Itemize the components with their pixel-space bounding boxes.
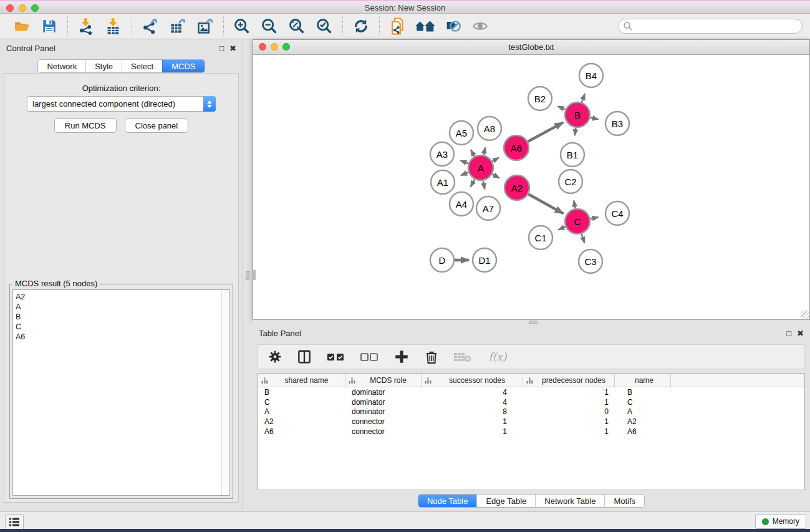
node-C3[interactable]: C3 xyxy=(579,249,602,273)
export-table-button[interactable] xyxy=(167,16,188,36)
close-table-panel-icon[interactable]: ✖ xyxy=(797,329,804,337)
table-row[interactable]: Bdominator41B xyxy=(258,387,804,397)
tab-edge-table[interactable]: Edge Table xyxy=(476,495,535,507)
zoom-in-button[interactable] xyxy=(231,16,253,36)
splitter-knob[interactable] xyxy=(529,321,538,324)
table-settings-button[interactable] xyxy=(267,347,283,367)
node-A3[interactable]: A3 xyxy=(430,142,454,166)
mcds-result-list[interactable]: A2ABCA6 xyxy=(12,289,230,496)
optimization-criterion-dropdown[interactable]: largest connected component (directed) xyxy=(27,96,216,112)
result-item[interactable]: B xyxy=(16,312,229,322)
function-builder-button[interactable]: f(x) xyxy=(485,347,510,367)
sort-icon[interactable] xyxy=(261,377,268,384)
node-B3[interactable]: B3 xyxy=(605,112,629,135)
refresh-button[interactable] xyxy=(350,16,372,36)
show-graphics-details-button[interactable] xyxy=(470,16,491,36)
edge-B-B3[interactable] xyxy=(591,117,599,119)
sort-icon[interactable] xyxy=(526,377,533,384)
edge-A-A5[interactable] xyxy=(471,150,475,157)
edge-B-B1[interactable] xyxy=(575,128,576,135)
column-selector-button[interactable] xyxy=(296,347,313,367)
float-panel-icon[interactable]: □ xyxy=(219,44,224,52)
edge-A2-C[interactable] xyxy=(528,194,563,213)
table-row[interactable]: A6connector11A6 xyxy=(258,427,804,437)
node-A6[interactable]: A6 xyxy=(504,135,529,160)
edge-B-B4[interactable] xyxy=(582,94,585,102)
select-all-rows-button[interactable] xyxy=(325,347,347,367)
tab-network-table[interactable]: Network Table xyxy=(535,495,604,507)
node-C2[interactable]: C2 xyxy=(559,170,582,193)
run-mcds-button[interactable]: Run MCDS xyxy=(54,118,117,133)
zoom-selected-button[interactable] xyxy=(314,16,335,36)
node-A8[interactable]: A8 xyxy=(478,117,501,140)
column-header-predecessor-nodes[interactable]: predecessor nodes xyxy=(523,374,615,387)
column-header-name[interactable]: name xyxy=(615,374,671,387)
zoom-fit-button[interactable] xyxy=(286,16,307,36)
node-B[interactable]: B xyxy=(565,102,590,127)
edge-B-B2[interactable] xyxy=(557,106,565,109)
horizontal-splitter[interactable] xyxy=(253,320,810,324)
edge-C-C3[interactable] xyxy=(582,234,585,243)
result-item[interactable]: A2 xyxy=(16,292,229,302)
node-D[interactable]: D xyxy=(430,248,454,272)
export-image-button[interactable] xyxy=(195,16,216,36)
node-A[interactable]: A xyxy=(468,155,493,180)
node-A4[interactable]: A4 xyxy=(450,192,473,216)
table-row[interactable]: A2connector11A2 xyxy=(258,417,804,427)
column-header-shared-name[interactable]: shared name xyxy=(258,374,345,387)
node-A5[interactable]: A5 xyxy=(450,121,473,145)
node-C[interactable]: C xyxy=(565,209,590,234)
hide-graphics-details-button[interactable] xyxy=(442,16,463,36)
edge-C-C4[interactable] xyxy=(591,217,599,219)
export-network-button[interactable] xyxy=(140,16,161,36)
add-column-button[interactable] xyxy=(393,347,410,367)
deselect-all-rows-button[interactable] xyxy=(359,347,380,367)
window-resize-grip[interactable] xyxy=(801,311,809,319)
node-B4[interactable]: B4 xyxy=(579,64,603,87)
tab-network[interactable]: Network xyxy=(38,60,85,72)
tab-mcds[interactable]: MCDS xyxy=(162,60,204,72)
edge-A-A1[interactable] xyxy=(461,172,468,175)
tab-node-table[interactable]: Node Table xyxy=(418,495,477,507)
edge-C-C2[interactable] xyxy=(574,201,575,209)
node-C1[interactable]: C1 xyxy=(529,226,552,249)
splitter-knob[interactable] xyxy=(246,271,249,280)
edge-A-A4[interactable] xyxy=(471,180,475,187)
node-A2[interactable]: A2 xyxy=(504,175,529,200)
delete-table-button[interactable] xyxy=(453,347,473,367)
canvas-vscroll-thumb[interactable] xyxy=(253,270,256,280)
close-panel-icon[interactable]: ✖ xyxy=(229,44,236,52)
float-table-panel-icon[interactable]: □ xyxy=(786,329,791,337)
tab-style[interactable]: Style xyxy=(85,60,122,72)
clone-network-button[interactable] xyxy=(387,16,408,36)
sort-icon[interactable] xyxy=(425,377,432,384)
open-browser-button[interactable] xyxy=(415,16,436,36)
edge-A-A8[interactable] xyxy=(484,147,486,155)
edge-A-A2[interactable] xyxy=(492,174,499,178)
result-item[interactable]: A6 xyxy=(16,332,229,342)
edge-A-A6[interactable] xyxy=(492,158,499,162)
import-network-button[interactable] xyxy=(75,16,97,36)
save-session-button[interactable] xyxy=(39,16,60,36)
node-C4[interactable]: C4 xyxy=(605,201,629,225)
node-B2[interactable]: B2 xyxy=(528,87,552,110)
table-row[interactable]: Cdominator41C xyxy=(258,397,804,407)
result-item[interactable]: C xyxy=(16,322,229,332)
sort-icon[interactable] xyxy=(349,377,355,384)
node-A7[interactable]: A7 xyxy=(476,196,500,220)
tab-motifs[interactable]: Motifs xyxy=(604,495,644,507)
import-table-button[interactable] xyxy=(103,16,124,36)
search-input[interactable] xyxy=(633,22,802,31)
result-item[interactable]: A xyxy=(16,302,229,312)
network-window-titlebar[interactable]: testGlobe.txt xyxy=(253,40,809,55)
edge-C-C1[interactable] xyxy=(558,226,565,230)
task-history-button[interactable] xyxy=(5,514,24,530)
zoom-out-button[interactable] xyxy=(259,16,280,36)
network-canvas[interactable]: AA1A2A3A4A5A6A7A8BB1B2B3B4CC1C2C3C4DD1 xyxy=(253,55,809,319)
node-A1[interactable]: A1 xyxy=(431,170,455,194)
memory-button[interactable]: Memory xyxy=(755,514,806,529)
table-row[interactable]: Adominator80A xyxy=(258,407,804,417)
open-session-button[interactable] xyxy=(11,16,32,36)
column-header-successor-nodes[interactable]: successor nodes xyxy=(422,374,523,387)
tab-select[interactable]: Select xyxy=(122,60,162,72)
